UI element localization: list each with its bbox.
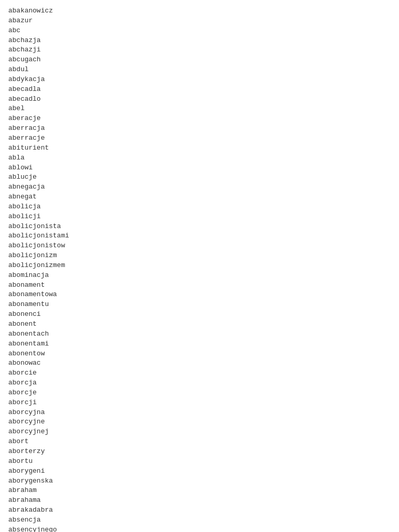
word-item: abort	[8, 437, 391, 447]
word-item: abazur	[8, 16, 391, 26]
word-item: aborcyjna	[8, 408, 391, 418]
word-item: abominacja	[8, 271, 391, 281]
word-item: abrahama	[8, 496, 391, 506]
word-item: aborcji	[8, 398, 391, 408]
word-item: abakanowicz	[8, 6, 391, 16]
word-item: abnegacja	[8, 182, 391, 192]
word-item: abolicji	[8, 212, 391, 222]
word-item: abonamentu	[8, 300, 391, 310]
word-item: abonamentowa	[8, 290, 391, 300]
word-item: abecadla	[8, 85, 391, 95]
word-item: abdul	[8, 65, 391, 75]
word-item: abolicjonistow	[8, 241, 391, 251]
word-list: abakanowiczabazurabcabchazjaabchazjiabcu…	[8, 6, 391, 532]
word-item: aborcja	[8, 378, 391, 388]
word-item: abdykacja	[8, 75, 391, 85]
word-item: abel	[8, 104, 391, 114]
word-item: aborygeni	[8, 467, 391, 476]
word-item: abolicja	[8, 202, 391, 212]
word-item: abrakadabra	[8, 506, 391, 515]
word-item: abortu	[8, 457, 391, 467]
word-item: abchazja	[8, 36, 391, 46]
word-item: abolicjonista	[8, 222, 391, 232]
word-item: abc	[8, 26, 391, 36]
word-item: aborterzy	[8, 447, 391, 457]
word-item: abcugach	[8, 55, 391, 65]
word-item: aborcje	[8, 388, 391, 398]
word-item: abolicjonizm	[8, 251, 391, 261]
word-item: aberracje	[8, 134, 391, 143]
word-item: absencyjnego	[8, 525, 391, 532]
word-item: abonament	[8, 281, 391, 290]
word-item: abecadlo	[8, 95, 391, 104]
word-item: aberacje	[8, 114, 391, 124]
word-item: ablucje	[8, 172, 391, 182]
word-item: abonentach	[8, 329, 391, 339]
word-item: aborcyjne	[8, 417, 391, 427]
word-item: abchazji	[8, 45, 391, 55]
word-item: abonentow	[8, 349, 391, 359]
word-item: abonenci	[8, 310, 391, 320]
word-item: abonentami	[8, 339, 391, 349]
word-item: abraham	[8, 486, 391, 496]
word-item: aberracja	[8, 124, 391, 134]
word-item: abonowac	[8, 358, 391, 368]
word-item: abolicjonistami	[8, 231, 391, 241]
word-item: abonent	[8, 320, 391, 329]
word-item: absencja	[8, 515, 391, 525]
word-item: abolicjonizmem	[8, 261, 391, 271]
word-item: ablowi	[8, 163, 391, 173]
word-item: aborcyjnej	[8, 427, 391, 437]
word-item: aborygenska	[8, 476, 391, 486]
word-item: abiturient	[8, 143, 391, 153]
word-item: abnegat	[8, 192, 391, 202]
word-item: aborcie	[8, 368, 391, 378]
word-item: abla	[8, 153, 391, 163]
